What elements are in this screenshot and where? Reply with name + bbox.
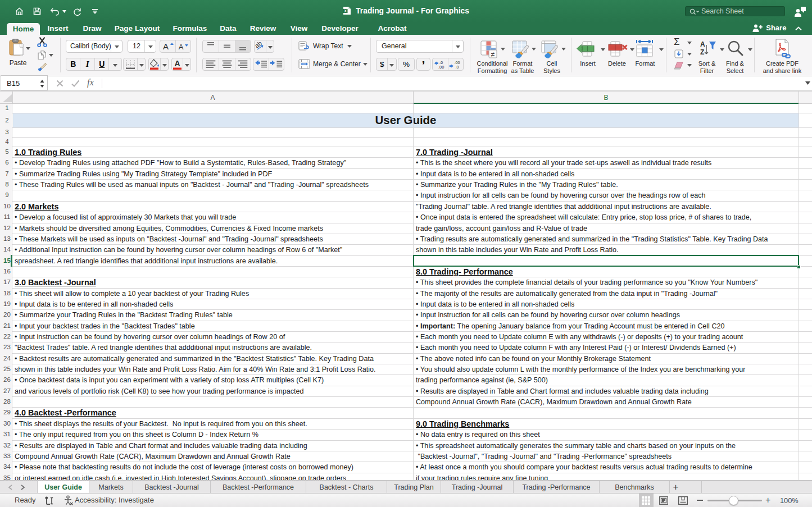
svg-text:A: A (179, 43, 184, 51)
svg-text:A: A (174, 59, 180, 68)
svg-text:.0: .0 (456, 65, 459, 70)
svg-text:Z: Z (700, 48, 704, 56)
svg-text:A: A (163, 42, 169, 51)
svg-text:≠: ≠ (491, 51, 495, 58)
svg-text:X: X (344, 9, 347, 13)
svg-text:ab: ab (255, 40, 263, 49)
svg-text:A: A (700, 40, 705, 48)
svg-text:.00: .00 (438, 65, 444, 70)
